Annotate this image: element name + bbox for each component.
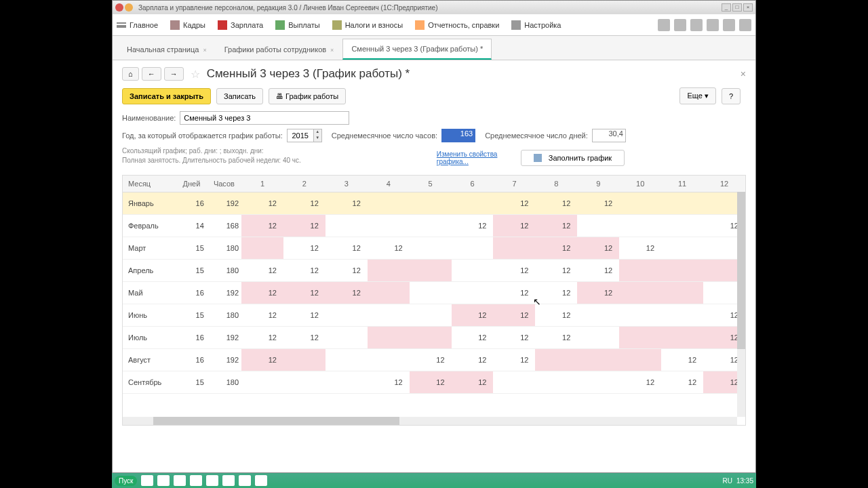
fill-schedule-button[interactable]: Заполнить график xyxy=(521,150,625,166)
col-day: 11 xyxy=(661,176,703,192)
schedule-grid[interactable]: МесяцДнейЧасов123456789101112 Январь1619… xyxy=(123,176,745,394)
col-day: 4 xyxy=(368,176,410,192)
col-day: 9 xyxy=(577,176,619,192)
window-titlebar: Зарплата и управление персоналом, редакц… xyxy=(113,1,755,14)
col-day: 8 xyxy=(535,176,577,192)
task-icon[interactable] xyxy=(222,475,235,486)
col-day: 3 xyxy=(326,176,368,192)
menu-people[interactable]: Кадры xyxy=(170,20,205,30)
tool-gear-icon[interactable] xyxy=(658,19,670,31)
vertical-scrollbar[interactable] xyxy=(737,192,745,417)
col-day: 5 xyxy=(410,176,452,192)
fill-icon xyxy=(534,154,542,162)
forward-button[interactable]: → xyxy=(164,67,184,81)
start-button[interactable]: Пуск xyxy=(115,476,137,486)
menu-pct[interactable]: Налоги и взносы xyxy=(332,20,403,30)
col-day: 2 xyxy=(283,176,326,192)
name-label: Наименование: xyxy=(122,114,176,122)
task-icon[interactable] xyxy=(141,475,153,486)
col-day: 10 xyxy=(619,176,661,192)
people-icon xyxy=(170,20,180,30)
year-input[interactable] xyxy=(287,129,314,142)
help-button[interactable]: ? xyxy=(722,88,741,104)
year-label: Год, за который отображается график рабо… xyxy=(122,131,283,140)
tool-clip-icon[interactable] xyxy=(723,19,735,31)
col-day: 7 xyxy=(493,176,535,192)
avg-hours-value[interactable]: 163 xyxy=(441,129,475,142)
menu-burger[interactable]: Главное xyxy=(117,21,158,29)
task-icon[interactable] xyxy=(174,475,186,486)
tray-lang[interactable]: RU xyxy=(723,477,732,485)
taskbar: Пуск RU 13:35 xyxy=(112,473,756,488)
window-title: Зарплата и управление персоналом, редакц… xyxy=(138,4,720,12)
table-row[interactable]: Январь16192121212121212 xyxy=(123,192,745,215)
burger-icon xyxy=(117,22,126,28)
menu-doc[interactable]: Отчетность, справки xyxy=(415,20,499,30)
name-input[interactable] xyxy=(180,111,349,125)
col-month: Месяц xyxy=(123,176,176,192)
table-row[interactable]: Июль16192121212121212 xyxy=(123,327,745,349)
favorite-star-icon[interactable]: ☆ xyxy=(191,68,203,80)
task-icon[interactable] xyxy=(206,475,218,486)
avg-days-value[interactable]: 30,4 xyxy=(592,129,626,142)
tool-search-icon[interactable] xyxy=(739,19,751,31)
close-window-icon[interactable] xyxy=(115,3,123,12)
more-button[interactable]: Еще ▾ xyxy=(679,87,715,104)
table-row[interactable]: Апрель15180121212121212 xyxy=(123,260,745,282)
save-button[interactable]: Записать xyxy=(216,88,263,104)
tool-grid-icon[interactable] xyxy=(690,19,703,31)
tab[interactable]: Графики работы сотрудников× xyxy=(216,39,343,60)
menu-gear[interactable]: Настройка xyxy=(511,20,561,30)
close-page-icon[interactable]: × xyxy=(741,68,746,79)
tab-bar: Начальная страница×Графики работы сотруд… xyxy=(113,36,755,60)
gear-icon xyxy=(511,20,521,30)
money-icon xyxy=(218,20,227,30)
avg-hours-label: Среднемесячное число часов: xyxy=(332,131,437,140)
tool-star-icon[interactable] xyxy=(707,19,719,31)
pct-icon xyxy=(332,20,342,30)
col-day: 12 xyxy=(703,176,745,192)
main-menu: ГлавноеКадрыЗарплатаВыплатыНалоги и взно… xyxy=(113,14,755,36)
task-icon[interactable] xyxy=(255,475,267,486)
tray-time: 13:35 xyxy=(736,477,753,485)
tab-close-icon[interactable]: × xyxy=(203,47,206,54)
col-day: 6 xyxy=(452,176,494,192)
col-hours: Часов xyxy=(207,176,241,192)
table-row[interactable]: Февраль14168121212121212 xyxy=(123,215,745,237)
year-spinner[interactable]: ▲▼ xyxy=(314,129,322,142)
tool-font-icon[interactable] xyxy=(674,19,686,31)
col-day: 1 xyxy=(241,176,283,192)
horizontal-scrollbar[interactable] xyxy=(123,417,737,425)
table-row[interactable]: Май16192121212121212 xyxy=(123,282,745,304)
tab-close-icon[interactable]: × xyxy=(330,47,334,54)
table-row[interactable]: Сентябрь15180121212121212 xyxy=(123,371,745,394)
save-close-button[interactable]: Записать и закрыть xyxy=(122,88,211,104)
tab[interactable]: Сменный 3 через 3 (График работы) * xyxy=(342,39,492,60)
doc-icon xyxy=(415,20,425,30)
tab[interactable]: Начальная страница× xyxy=(118,39,216,60)
table-row[interactable]: Март15180121212121212 xyxy=(123,237,745,260)
task-icon[interactable] xyxy=(190,475,202,486)
up-icon xyxy=(275,20,285,30)
task-icon[interactable] xyxy=(157,475,170,486)
home-button[interactable]: ⌂ xyxy=(122,67,139,81)
minimize-window-icon[interactable] xyxy=(125,3,133,12)
task-icon[interactable] xyxy=(239,475,251,486)
change-properties-link[interactable]: Изменить свойства графика... xyxy=(437,150,505,165)
min-btn[interactable]: _ xyxy=(722,3,731,12)
avg-days-label: Среднемесячное число дней: xyxy=(485,131,588,140)
table-row[interactable]: Август16192121212121212 xyxy=(123,349,745,371)
max-btn[interactable]: □ xyxy=(732,3,742,12)
page-title: Сменный 3 через 3 (График работы) * xyxy=(207,67,410,81)
menu-up[interactable]: Выплаты xyxy=(275,20,319,30)
table-row[interactable]: Июнь15180121212121212 xyxy=(123,304,745,327)
schedule-description: Скользящий график; раб. дни: ; выходн. д… xyxy=(122,146,301,165)
close-btn[interactable]: × xyxy=(743,3,753,12)
back-button[interactable]: ← xyxy=(142,67,161,81)
col-days: Дней xyxy=(176,176,207,192)
menu-money[interactable]: Зарплата xyxy=(218,20,263,30)
print-schedule-button[interactable]: 🖶 График работы xyxy=(269,88,346,104)
